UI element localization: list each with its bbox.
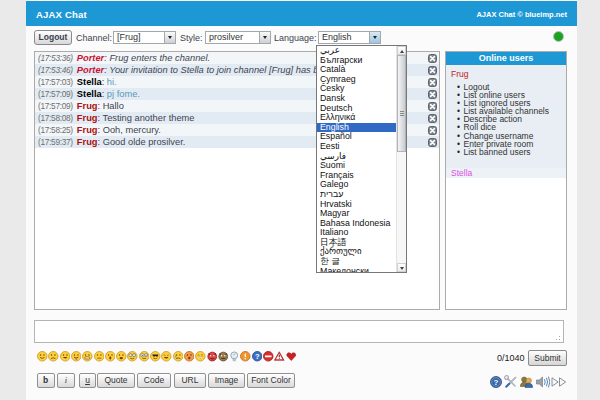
svg-text:?: ?	[494, 378, 499, 387]
svg-text:?: ?	[255, 352, 260, 361]
